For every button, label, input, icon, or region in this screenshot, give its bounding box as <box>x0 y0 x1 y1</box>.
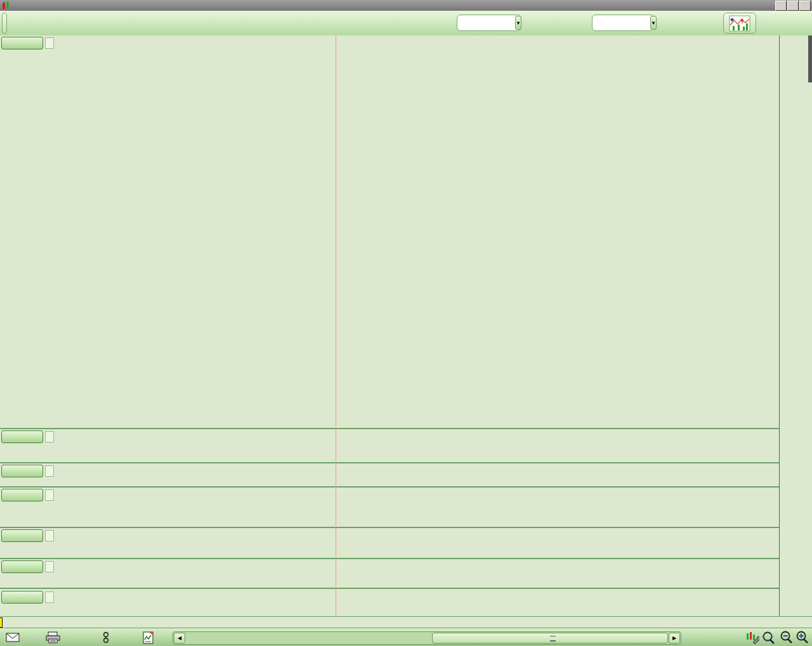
time-axis <box>0 616 812 628</box>
wrench-icon[interactable] <box>9 531 18 540</box>
cci-bid-ask <box>45 561 54 572</box>
window-icon[interactable] <box>20 432 29 441</box>
window-icon[interactable] <box>20 467 29 475</box>
chart-settings-icon[interactable] <box>745 631 760 644</box>
period-dropdown[interactable]: ▼ <box>592 15 654 31</box>
mail-icon[interactable] <box>5 631 20 644</box>
close-icon[interactable] <box>30 593 40 602</box>
chart-style-button[interactable] <box>723 13 756 34</box>
volumen-bid-ask <box>45 591 54 603</box>
chart-region <box>0 36 812 616</box>
close-icon[interactable] <box>30 39 40 48</box>
cci-chart[interactable] <box>0 559 779 589</box>
kurs-panel-header <box>1 37 54 49</box>
zoom-out-icon[interactable] <box>779 631 794 644</box>
stochastik-bid-ask <box>45 530 54 541</box>
main-price-chart[interactable] <box>0 36 779 429</box>
minimize-button[interactable] <box>775 1 787 11</box>
scroll-right-arrow[interactable]: ▶ <box>669 633 680 643</box>
macd-bid-ask <box>45 431 54 443</box>
stochastik-panel-header <box>1 529 54 542</box>
period-dropdown-arrow-icon[interactable]: ▼ <box>650 16 657 30</box>
selected-date-badge <box>0 617 3 628</box>
link-icon[interactable] <box>98 631 114 644</box>
wrench-icon[interactable] <box>9 562 18 571</box>
momentum-panel-header <box>1 465 54 477</box>
zoom-fit-icon[interactable] <box>761 631 776 644</box>
trading-app-window: ▼ ▼ <box>0 0 812 646</box>
units-dropdown-arrow-icon[interactable]: ▼ <box>515 16 521 30</box>
close-icon[interactable] <box>30 491 40 500</box>
macd-chart[interactable] <box>0 429 779 463</box>
panel-separator[interactable] <box>0 588 779 589</box>
rsi-bid-ask <box>45 489 54 501</box>
print-icon[interactable] <box>46 631 61 644</box>
wrench-icon[interactable] <box>9 39 18 48</box>
momentum-chart[interactable] <box>0 463 779 488</box>
window-icon[interactable] <box>20 531 29 540</box>
app-icon <box>2 1 11 10</box>
macd-panel-header <box>1 430 54 443</box>
price-axis <box>779 36 812 616</box>
panel-separator[interactable] <box>0 428 779 429</box>
kurs-bid-ask <box>45 37 54 49</box>
stochastic-chart[interactable] <box>0 528 779 559</box>
panel-separator[interactable] <box>0 527 779 528</box>
window-icon[interactable] <box>20 491 29 500</box>
window-icon[interactable] <box>20 593 29 602</box>
panel-separator[interactable] <box>0 486 779 488</box>
volumen-panel-header <box>1 591 54 604</box>
window-icon[interactable] <box>20 39 29 48</box>
panel-separator[interactable] <box>0 462 779 463</box>
panel-separator[interactable] <box>0 558 779 559</box>
chart-style-icon <box>729 15 750 32</box>
main-toolbar: ▼ ▼ <box>0 11 812 36</box>
wrench-icon[interactable] <box>9 491 18 500</box>
window-icon[interactable] <box>20 562 29 571</box>
crosshair-line <box>336 36 336 616</box>
restore-button[interactable] <box>787 1 799 11</box>
scrollbar-thumb[interactable] <box>432 633 668 643</box>
wrench-icon[interactable] <box>9 467 18 475</box>
rsi-panel-header <box>1 489 54 501</box>
report-icon[interactable] <box>141 631 156 644</box>
close-icon[interactable] <box>30 562 40 571</box>
scroll-left-arrow[interactable]: ◀ <box>174 633 185 643</box>
cci-panel-header <box>1 560 54 573</box>
wrench-icon[interactable] <box>9 432 18 441</box>
status-bar: ◀ ▶ <box>0 628 812 646</box>
window-edge-strip <box>808 36 812 82</box>
close-icon[interactable] <box>30 467 40 475</box>
horizontal-scrollbar[interactable]: ◀ ▶ <box>173 631 681 645</box>
momentum-bid-ask <box>45 465 54 477</box>
rsi-chart[interactable] <box>0 488 779 528</box>
title-bar <box>0 0 812 11</box>
units-dropdown[interactable]: ▼ <box>457 15 521 31</box>
zoom-in-icon[interactable] <box>795 631 810 644</box>
close-icon[interactable] <box>30 531 40 540</box>
drawing-tools-group <box>2 13 7 34</box>
close-button[interactable] <box>799 1 811 11</box>
wrench-icon[interactable] <box>9 593 18 602</box>
close-icon[interactable] <box>30 432 40 441</box>
volume-chart[interactable] <box>0 589 779 616</box>
